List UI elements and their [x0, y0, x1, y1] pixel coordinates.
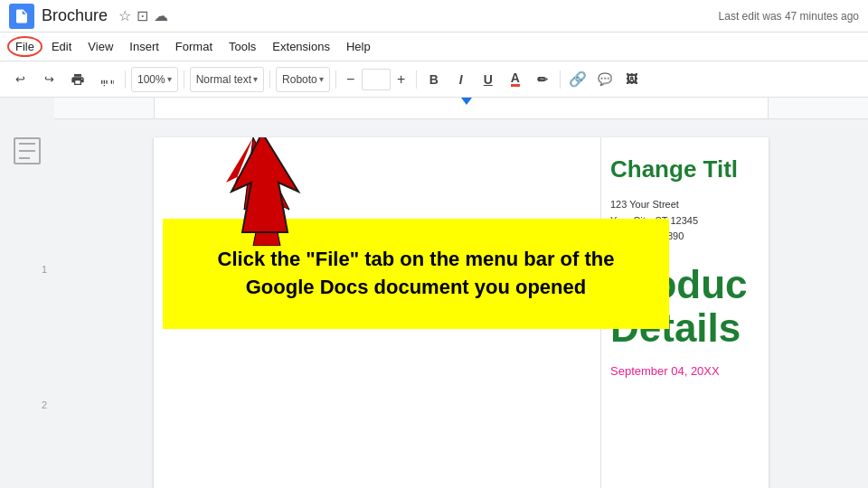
document-title[interactable]: Brochure — [42, 6, 108, 25]
font-value: Roboto — [282, 73, 317, 86]
print-button[interactable] — [65, 67, 90, 92]
document-area: Click the "File" tab on the menu bar of … — [54, 119, 868, 488]
menu-edit[interactable]: Edit — [44, 36, 79, 57]
title-bar: Brochure ☆ ⊡ ☁ Last edit was 47 minutes … — [0, 0, 868, 33]
font-dropdown[interactable]: Roboto ▾ — [276, 67, 330, 92]
main-content: 1 2 Click the "File" tab on the menu bar… — [0, 119, 868, 488]
highlight-button[interactable]: ✏ — [531, 68, 554, 91]
star-icon[interactable]: ☆ — [118, 7, 131, 24]
toolbar-sep-4 — [335, 70, 336, 89]
cloud-icon[interactable]: ☁ — [154, 7, 168, 24]
ruler — [54, 98, 868, 119]
ruler-marker — [461, 98, 472, 105]
page-icon — [14, 137, 41, 164]
toolbar-sep-6 — [560, 70, 561, 89]
style-chevron: ▾ — [253, 74, 258, 84]
date-text: September 04, 20XX — [610, 364, 755, 378]
menu-file[interactable]: File — [7, 36, 42, 57]
menu-view[interactable]: View — [80, 36, 120, 57]
zoom-value: 100% — [137, 73, 165, 86]
svg-rect-1 — [18, 19, 23, 20]
link-button[interactable]: 🔗 — [566, 68, 590, 91]
font-size-controls: − 11 + — [342, 69, 410, 90]
toolbar-sep-3 — [269, 70, 270, 89]
comment-button[interactable]: 💬 — [593, 68, 617, 91]
bold-button[interactable]: B — [422, 68, 446, 91]
font-color-button[interactable]: A — [504, 68, 527, 91]
last-edit-info: Last edit was 47 minutes ago — [719, 10, 859, 23]
undo-button[interactable]: ↩ — [7, 67, 33, 92]
toolbar-sep-5 — [416, 70, 417, 89]
arrow-overlay — [226, 137, 407, 237]
zoom-dropdown[interactable]: 100% ▾ — [131, 67, 178, 92]
address-line-1: 123 Your Street — [610, 197, 755, 213]
toolbar: ↩ ↪ 100% ▾ Normal text ▾ Roboto ▾ − 11 +… — [0, 61, 868, 98]
font-size-increase[interactable]: + — [392, 70, 410, 89]
menu-extensions[interactable]: Extensions — [265, 36, 337, 57]
google-docs-logo — [9, 4, 34, 29]
title-icons: ☆ ⊡ ☁ — [118, 7, 168, 24]
left-gutter: 1 2 — [0, 119, 54, 488]
toolbar-sep-2 — [184, 70, 184, 89]
svg-rect-0 — [18, 16, 25, 17]
menu-format[interactable]: Format — [168, 36, 220, 57]
menu-insert[interactable]: Insert — [122, 36, 166, 57]
text-style-dropdown[interactable]: Normal text ▾ — [190, 67, 264, 92]
document-page[interactable]: Click the "File" tab on the menu bar of … — [154, 137, 769, 488]
font-size-input[interactable]: 11 — [362, 69, 391, 90]
instruction-text: Click the "File" tab on the menu bar of … — [181, 246, 651, 302]
underline-button[interactable]: U — [476, 68, 500, 91]
font-size-decrease[interactable]: − — [342, 70, 360, 89]
text-style-value: Normal text — [196, 73, 251, 86]
image-button[interactable]: 🖼 — [620, 68, 644, 91]
line-number-1: 1 — [42, 264, 47, 275]
toolbar-sep-1 — [125, 70, 126, 89]
italic-button[interactable]: I — [449, 68, 473, 91]
red-arrow-shape — [226, 137, 398, 237]
font-chevron: ▾ — [319, 74, 324, 84]
redo-button[interactable]: ↪ — [36, 67, 61, 92]
ruler-inner — [154, 98, 769, 118]
menu-help[interactable]: Help — [339, 36, 378, 57]
zoom-chevron: ▾ — [167, 74, 172, 84]
paint-format-button[interactable] — [94, 67, 119, 92]
folder-icon[interactable]: ⊡ — [137, 7, 148, 24]
svg-marker-4 — [231, 137, 298, 232]
change-title-text: Change Titl — [610, 155, 755, 183]
menu-bar: File Edit View Insert Format Tools Exten… — [0, 33, 868, 61]
line-number-2: 2 — [42, 399, 47, 410]
menu-tools[interactable]: Tools — [222, 36, 263, 57]
